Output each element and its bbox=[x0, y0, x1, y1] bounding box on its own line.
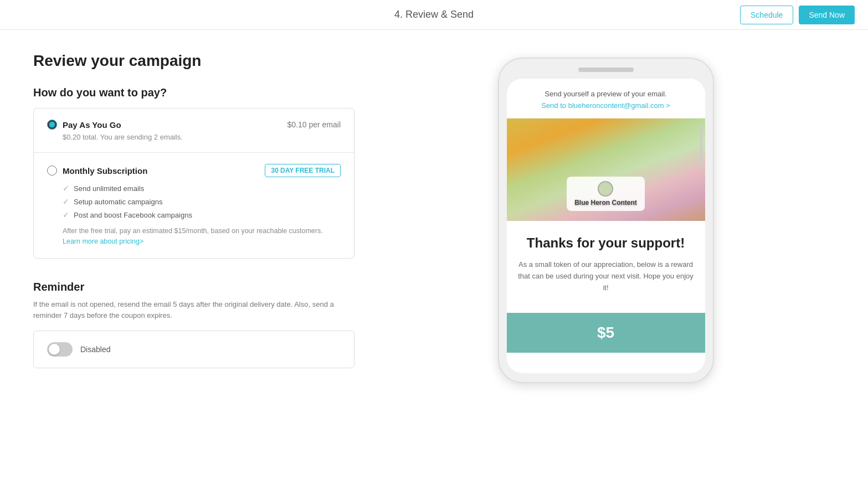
payg-label-text: Pay As You Go bbox=[63, 120, 121, 130]
phone-notch bbox=[578, 68, 634, 72]
pricing-note: After the free trial, pay an estimated $… bbox=[63, 226, 341, 247]
monthly-option: Monthly Subscription 30 DAY FREE TRIAL ✓… bbox=[34, 153, 354, 258]
pay-as-you-go-option: Pay As You Go $0.10 per email $0.20 tota… bbox=[34, 109, 354, 153]
payment-card: Pay As You Go $0.10 per email $0.20 tota… bbox=[33, 108, 355, 259]
scrollbar-thumb bbox=[700, 124, 702, 168]
email-coupon: $5 bbox=[507, 313, 705, 353]
payg-label[interactable]: Pay As You Go bbox=[47, 120, 121, 130]
reminder-title: Reminder bbox=[33, 281, 355, 293]
monthly-label-text: Monthly Subscription bbox=[63, 166, 147, 176]
header-actions: Schedule Send Now bbox=[740, 6, 855, 24]
reminder-card: Disabled bbox=[33, 331, 355, 368]
feature-item-3: ✓ Post and boost Facebook campaigns bbox=[63, 210, 341, 219]
payg-header: Pay As You Go $0.10 per email bbox=[47, 120, 341, 130]
feature-item-1: ✓ Send unlimited emails bbox=[63, 184, 341, 193]
monthly-radio[interactable] bbox=[47, 166, 57, 176]
email-body: Thanks for your support! As a small toke… bbox=[507, 221, 705, 313]
feature-text-3: Post and boost Facebook campaigns bbox=[74, 211, 192, 219]
feature-list: ✓ Send unlimited emails ✓ Setup automati… bbox=[63, 184, 341, 219]
header: 4. Review & Send Schedule Send Now bbox=[0, 0, 868, 30]
feature-text-1: Send unlimited emails bbox=[74, 184, 144, 193]
preview-text: Send yourself a preview of your email. bbox=[516, 90, 696, 98]
main-content: Review your campaign How do you want to … bbox=[0, 30, 868, 405]
payg-sub-text: $0.20 total. You are sending 2 emails. bbox=[63, 133, 341, 141]
pricing-link[interactable]: Learn more about pricing> bbox=[63, 238, 143, 245]
preview-link[interactable]: Send to blueheroncontent@gmail.com > bbox=[541, 101, 670, 110]
scrollbar[interactable] bbox=[700, 118, 703, 373]
brand-name-text: Blue Heron Content bbox=[574, 199, 637, 207]
email-hero-image: Blue Heron Content bbox=[507, 118, 705, 221]
phone-screen: Send yourself a preview of your email. S… bbox=[507, 79, 705, 373]
page-title: Review your campaign bbox=[33, 52, 355, 70]
check-icon-2: ✓ bbox=[63, 197, 69, 206]
toggle-thumb bbox=[49, 344, 60, 355]
email-scroll-area[interactable]: Blue Heron Content Thanks for your suppo… bbox=[507, 118, 705, 373]
trial-badge: 30 DAY FREE TRIAL bbox=[265, 164, 341, 177]
monthly-label[interactable]: Monthly Subscription bbox=[47, 166, 147, 176]
schedule-button[interactable]: Schedule bbox=[740, 6, 793, 24]
email-body-text: As a small token of our appreciation, be… bbox=[518, 259, 694, 293]
send-now-button[interactable]: Send Now bbox=[799, 6, 855, 24]
monthly-header: Monthly Subscription 30 DAY FREE TRIAL bbox=[47, 164, 341, 177]
payg-radio[interactable] bbox=[47, 120, 57, 130]
left-panel: Review your campaign How do you want to … bbox=[33, 52, 355, 383]
pricing-note-text: After the free trial, pay an estimated $… bbox=[63, 227, 323, 235]
feature-item-2: ✓ Setup automatic campaigns bbox=[63, 197, 341, 206]
check-icon-1: ✓ bbox=[63, 184, 69, 193]
page-step-title: 4. Review & Send bbox=[394, 9, 474, 20]
email-heading: Thanks for your support! bbox=[518, 234, 694, 251]
right-panel: Send yourself a preview of your email. S… bbox=[377, 52, 835, 383]
email-brand-name: Blue Heron Content bbox=[507, 177, 705, 211]
payg-price: $0.10 per email bbox=[287, 120, 341, 129]
coupon-value: $5 bbox=[597, 324, 614, 341]
toggle-label: Disabled bbox=[80, 345, 110, 354]
phone-mock: Send yourself a preview of your email. S… bbox=[498, 58, 714, 383]
payment-section-title: How do you want to pay? bbox=[33, 86, 355, 99]
reminder-desc: If the email is not opened, resend the e… bbox=[33, 299, 355, 322]
email-preview-header: Send yourself a preview of your email. S… bbox=[507, 79, 705, 118]
feature-text-2: Setup automatic campaigns bbox=[74, 198, 162, 206]
check-icon-3: ✓ bbox=[63, 210, 69, 219]
reminder-toggle[interactable] bbox=[47, 342, 73, 357]
